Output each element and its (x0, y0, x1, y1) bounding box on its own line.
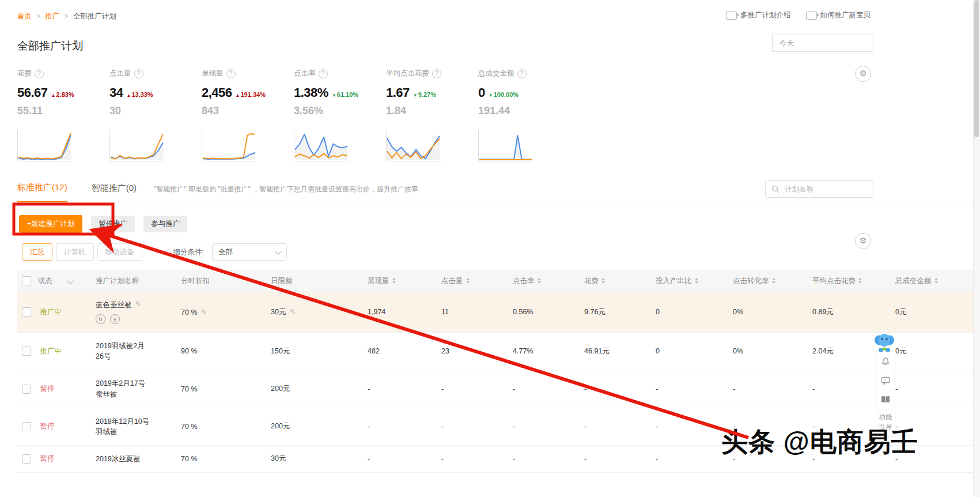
help-video-link[interactable]: 如何推广新宝贝 (806, 10, 871, 20)
edit-pencil-icon[interactable]: ✎ (201, 308, 207, 317)
breadcrumb-item[interactable]: 首页 (17, 12, 32, 20)
condition-dropdown[interactable]: 全部 (212, 243, 287, 261)
help-link-label: 多推广计划介绍 (740, 10, 791, 20)
select-all-checkbox[interactable] (22, 276, 31, 285)
column-header[interactable]: 花费 (580, 270, 651, 292)
row-checkbox[interactable] (22, 454, 31, 464)
row-checkbox[interactable] (22, 422, 31, 431)
column-label: 总成交金额 (895, 277, 932, 285)
sort-icon[interactable] (772, 278, 775, 284)
sort-icon[interactable] (392, 278, 396, 284)
column-header[interactable]: 总成交金额 (891, 270, 969, 292)
metric-label: 平均点击花费 (386, 69, 429, 78)
table-settings-gear-icon[interactable]: ⚙ (855, 233, 871, 249)
campaign-name[interactable]: 蓝色蚕丝被 (96, 300, 132, 310)
question-mark-icon[interactable]: ? (134, 69, 143, 78)
breadcrumb-item[interactable]: 推广 (45, 12, 59, 20)
question-mark-icon[interactable]: ? (226, 69, 236, 78)
segment-option[interactable]: 计算机 (56, 243, 94, 261)
column-header[interactable]: 点击率 (508, 270, 580, 292)
page: 首页>推广>全部推广计划 多推广计划介绍如何推广新宝贝 全部推广计划 今天 ⚙ … (0, 0, 980, 497)
cell-value: 0元 (895, 308, 906, 316)
scrollbar-thumb[interactable] (974, 0, 979, 137)
pause-circle-icon[interactable] (96, 314, 105, 324)
cell-value: - (368, 385, 370, 393)
column-header: 日限额 (266, 270, 363, 292)
cell-value: 11 (441, 308, 449, 316)
metric-change: ▼100.00% (489, 91, 519, 98)
metric-previous-value: 1.84 (386, 105, 478, 117)
cell-value: 30元 (271, 308, 286, 316)
metric-label: 点击率 (294, 69, 316, 78)
metric-label: 点击量 (109, 69, 131, 78)
segment-active[interactable]: 汇总 (22, 243, 52, 261)
cell-value: - (584, 455, 587, 463)
tab-standard-promotion[interactable]: 标准推广(12) (17, 176, 67, 202)
question-mark-icon[interactable]: ? (517, 69, 527, 78)
campaign-name[interactable]: 2019冰丝夏被 (96, 454, 141, 464)
mascot-elephant[interactable] (873, 332, 895, 355)
pause-promotion-button[interactable]: 暂停推广 (91, 216, 135, 232)
question-mark-icon[interactable]: ? (432, 69, 441, 78)
notifications-button[interactable] (876, 352, 895, 371)
sparklines-row (17, 130, 980, 161)
metric-change: ▲13.33% (126, 91, 153, 98)
column-header: 推广计划名称 (91, 270, 176, 292)
offline-circle-icon[interactable] (110, 314, 120, 324)
cell-value: - (513, 423, 515, 431)
row-checkbox[interactable] (22, 347, 31, 356)
edit-pencil-icon[interactable]: ✎ (289, 307, 296, 316)
sort-icon[interactable] (858, 278, 862, 284)
feedback-button[interactable] (876, 371, 895, 390)
condition-label: 细分条件: (173, 247, 204, 257)
breadcrumb-separator: > (36, 12, 40, 20)
manual-button[interactable] (876, 390, 895, 409)
sort-icon[interactable] (695, 278, 698, 284)
sort-icon[interactable] (934, 278, 938, 284)
column-label: 推广计划名称 (96, 277, 139, 285)
plan-search-input[interactable] (784, 185, 861, 194)
tab-smart-promotion[interactable]: 智能推广(0) (92, 176, 137, 202)
chevron-down-icon[interactable] (67, 277, 74, 284)
cell-value: 150元 (271, 347, 290, 355)
scrollbar[interactable] (973, 0, 980, 497)
new-campaign-button[interactable]: +新建推广计划 (19, 215, 82, 233)
column-label: 分时折扣 (181, 277, 210, 285)
question-mark-icon[interactable]: ? (319, 69, 328, 78)
sort-icon[interactable] (466, 278, 470, 284)
column-header[interactable]: 点击转化率 (728, 270, 808, 292)
chevron-down-icon (275, 248, 281, 254)
cell-value: 1,974 (368, 308, 385, 316)
campaign-name[interactable]: 2018年12月10号羽绒被 (96, 416, 151, 437)
metric-value: 56.67 (17, 85, 48, 100)
campaign-name[interactable]: 2019年2月17号蚕丝被 (96, 378, 151, 399)
campaign-name[interactable]: 2019羽绒被2月26号 (96, 341, 151, 362)
column-label: 点击量 (441, 277, 463, 285)
question-mark-icon[interactable]: ? (35, 69, 44, 78)
sort-icon[interactable] (601, 278, 605, 284)
column-header[interactable]: 点击量 (437, 270, 508, 292)
settings-gear-icon[interactable]: ⚙ (855, 66, 871, 82)
cell-value: 90 % (181, 347, 198, 355)
plan-search-box[interactable] (765, 180, 873, 198)
tab-hint-text: "智能推广" 即老版的 "批量推广" ，智能推广下您只需批量设置最高出价，提升推… (154, 185, 418, 194)
status-badge: 暂停 (40, 385, 54, 393)
row-checkbox[interactable] (22, 307, 31, 317)
column-header[interactable]: 平均点击花费 (808, 270, 891, 292)
help-video-link[interactable]: 多推广计划介绍 (726, 10, 791, 20)
segment-option[interactable]: 移动设备 (97, 243, 142, 261)
edit-pencil-icon[interactable]: ✎ (135, 300, 142, 308)
column-header[interactable]: 投入产出比 (651, 270, 728, 292)
metric-change: ▲191.34% (236, 91, 266, 98)
cell-value: 70 % (181, 385, 198, 393)
date-filter[interactable]: 今天 (772, 35, 873, 52)
cell-value: 9.76元 (584, 308, 606, 316)
table-row: 推广中蓝色蚕丝被✎ 70 %✎30元✎1,974110.56%9.76元00%0… (17, 292, 980, 333)
row-checkbox[interactable] (22, 385, 31, 394)
cell-value: - (513, 385, 515, 393)
cell-value: 200元 (271, 385, 290, 393)
sort-icon[interactable] (538, 278, 541, 284)
join-promotion-button[interactable]: 参与推广 (143, 216, 187, 232)
help-links: 多推广计划介绍如何推广新宝贝 (726, 10, 871, 20)
column-header[interactable]: 展现量 (363, 270, 437, 292)
